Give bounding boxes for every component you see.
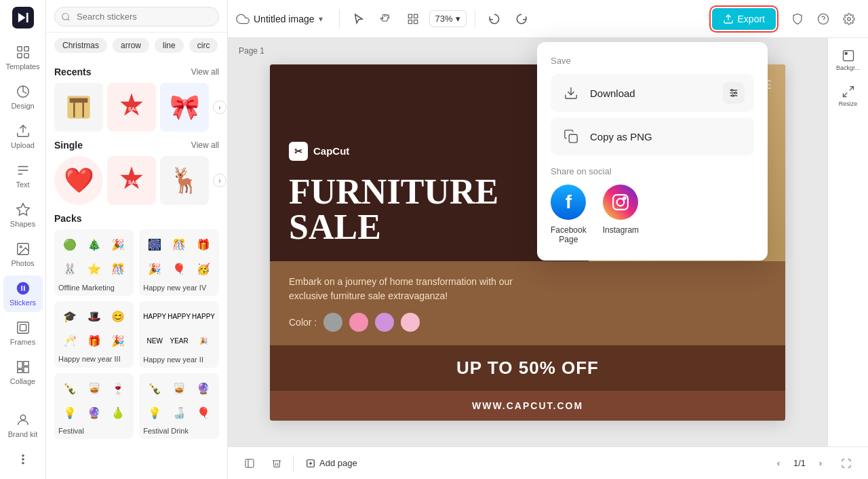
single-sticker-1[interactable]: ❤️ <box>54 156 103 205</box>
single-title: Single <box>54 140 83 151</box>
tag-christmas[interactable]: Christmas <box>54 38 107 53</box>
pack-happy-new-year-4[interactable]: 🎆🎊🎁 🎉🎈🥳 Happy new year IV <box>139 229 219 296</box>
left-sidebar: Templates Design Upload Text Shapes Phot… <box>0 0 46 479</box>
delete-page-button[interactable] <box>266 453 288 474</box>
pack-festival-drink[interactable]: 🍾🥃🔮 💡🍶🎈 Festival Drink <box>139 373 219 440</box>
help-button[interactable] <box>812 8 834 30</box>
canvas-headline: FURNITURE SALE <box>289 174 570 245</box>
single-chevron[interactable]: › <box>213 174 226 187</box>
sidebar-item-design[interactable]: Design <box>3 79 43 115</box>
pack-festival[interactable]: 🍾🥃🍷 💡🔮🍐 Festival <box>54 373 134 440</box>
sidebar-item-photos[interactable]: Photos <box>3 236 43 273</box>
undo-button[interactable] <box>484 8 505 30</box>
title-area: Untitled image ▾ <box>236 12 323 26</box>
next-page-button[interactable]: › <box>811 454 830 473</box>
svg-rect-12 <box>20 324 26 330</box>
prev-page-button[interactable]: ‹ <box>769 454 788 473</box>
sidebar-item-label: Shapes <box>10 220 35 228</box>
sidebar-item-frames[interactable]: Frames <box>3 315 43 351</box>
expand-button[interactable] <box>835 453 857 474</box>
color-dot-1[interactable] <box>323 313 342 332</box>
copy-png-item[interactable]: Copy as PNG <box>551 117 754 155</box>
svg-point-17 <box>20 415 25 420</box>
color-dot-2[interactable] <box>349 313 368 332</box>
download-icon <box>560 82 582 104</box>
select-tool-button[interactable] <box>348 8 370 30</box>
single-sticker-3[interactable]: 🦌 <box>160 156 209 205</box>
facebook-share[interactable]: f FacebookPage <box>551 185 587 244</box>
export-dropdown: Save Download Copy as PNG Share on socia… <box>537 42 768 261</box>
color-dot-4[interactable] <box>401 313 420 332</box>
layout-tool-button[interactable] <box>402 8 424 30</box>
sidebar-item-upload[interactable]: Upload <box>3 118 43 155</box>
recent-sticker-1[interactable] <box>54 83 103 132</box>
recents-view-all[interactable]: View all <box>191 67 219 77</box>
sidebar-item-brand[interactable]: Brand kit <box>3 407 43 444</box>
tag-line[interactable]: line <box>155 38 184 53</box>
pack-label: Festival Drink <box>143 427 215 435</box>
shield-icon-button[interactable] <box>787 8 808 30</box>
color-dot-3[interactable] <box>375 313 394 332</box>
svg-rect-24 <box>70 98 88 103</box>
cloud-icon <box>236 12 250 26</box>
sidebar-item-stickers[interactable]: Stickers <box>3 275 43 312</box>
svg-point-38 <box>848 17 851 20</box>
svg-rect-2 <box>17 47 21 51</box>
page-thumbnail-button[interactable] <box>239 453 260 474</box>
tag-arrow[interactable]: arrow <box>113 38 149 53</box>
hand-tool-button[interactable] <box>375 8 397 30</box>
recents-chevron[interactable]: › <box>213 100 226 114</box>
sidebar-item-label: Stickers <box>9 299 36 307</box>
redo-button[interactable] <box>511 8 532 30</box>
svg-rect-47 <box>245 459 254 467</box>
instagram-share[interactable]: Instagram <box>603 185 639 244</box>
svg-point-19 <box>22 455 24 457</box>
sidebar-item-more[interactable] <box>3 446 43 472</box>
toolbar-separator <box>339 9 340 28</box>
export-button[interactable]: Export <box>712 8 776 30</box>
canvas-brand-name: CapCut <box>313 145 349 157</box>
canvas-headline-1: FURNITURE <box>289 174 570 210</box>
svg-point-10 <box>20 246 22 248</box>
pack-happy-new-year-3[interactable]: 🎓🎩😊 🥂🎁🎉 Happy new year III <box>54 301 134 368</box>
top-bar: Untitled image ▾ 73% ▾ Export <box>228 0 868 38</box>
page-indicator: 1/1 <box>793 458 806 468</box>
background-button[interactable]: Backgr... <box>832 43 865 77</box>
pack-happy-new-year-2[interactable]: HAPPYHAPPYHAPPY NEWYEAR🎉 Happy new year … <box>139 301 219 368</box>
single-sticker-2[interactable]: SALE <box>107 156 156 205</box>
settings-button[interactable] <box>838 8 860 30</box>
sidebar-item-label: Upload <box>11 141 35 149</box>
copy-png-label: Copy as PNG <box>590 131 652 142</box>
sidebar-item-label: Collage <box>10 377 35 385</box>
recents-section-header: Recents View all <box>54 66 219 77</box>
pack-label: Happy new year IV <box>143 284 215 292</box>
sidebar-item-collage[interactable]: Collage <box>3 354 43 391</box>
svg-rect-11 <box>17 322 28 334</box>
sidebar-item-label: Frames <box>10 338 35 346</box>
download-item[interactable]: Download <box>551 74 754 112</box>
recent-sticker-3[interactable]: 🎀 <box>160 83 209 132</box>
search-icon <box>61 12 71 22</box>
svg-point-58 <box>732 95 734 97</box>
search-input[interactable] <box>54 7 219 26</box>
packs-title: Packs <box>54 213 81 224</box>
svg-text:SALE: SALE <box>128 106 142 112</box>
tag-circle[interactable]: circ <box>189 38 218 53</box>
color-label: Color : <box>289 317 317 328</box>
pack-offline-marketing[interactable]: 🟢🎄🎉 🐰⭐🎊 Offline Marketing <box>54 229 134 296</box>
sidebar-item-text[interactable]: Text <box>3 157 43 194</box>
sidebar-item-shapes[interactable]: Shapes <box>3 197 43 233</box>
sidebar-item-templates[interactable]: Templates <box>3 39 43 76</box>
zoom-control[interactable]: 73% ▾ <box>429 10 467 27</box>
search-bar <box>46 0 227 33</box>
single-view-all[interactable]: View all <box>191 140 219 150</box>
pack-label: Happy new year II <box>143 356 215 364</box>
recent-sticker-2[interactable]: SALE <box>107 83 156 132</box>
canvas-headline-2: SALE <box>289 210 570 245</box>
add-page-button[interactable]: Add page <box>299 454 364 472</box>
resize-button[interactable]: Resize <box>832 79 865 113</box>
download-settings-button[interactable] <box>723 82 745 104</box>
canvas-banner-text: UP TO 50% OFF <box>270 345 785 391</box>
canvas-description: Embark on a journey of home transformati… <box>289 275 547 303</box>
title-chevron-icon[interactable]: ▾ <box>319 14 323 24</box>
